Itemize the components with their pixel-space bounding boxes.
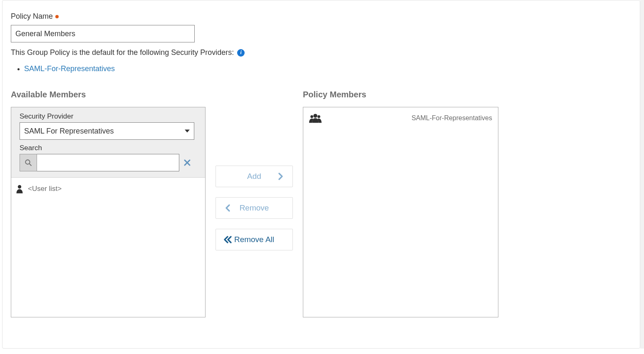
user-list-placeholder: <User list> (28, 185, 62, 193)
available-members-heading: Available Members (11, 90, 206, 99)
remove-button[interactable]: Remove (215, 197, 293, 219)
policy-member-label: SAML-For-Representatives (327, 114, 492, 122)
svg-point-7 (317, 115, 320, 118)
required-indicator (55, 15, 59, 18)
info-icon[interactable]: i (237, 49, 245, 57)
policy-members-box: SAML-For-Representatives (303, 107, 498, 317)
user-icon (15, 184, 24, 193)
svg-point-6 (310, 115, 313, 118)
policy-name-label: Policy Name (11, 12, 632, 21)
double-chevron-left-icon (223, 236, 232, 243)
default-for-text: This Group Policy is the default for the… (11, 48, 234, 57)
group-icon (309, 113, 322, 123)
filter-area: Security Provider SAML For Representativ… (11, 107, 205, 178)
available-members-box: Security Provider SAML For Representativ… (11, 107, 206, 317)
chevron-right-icon (278, 173, 283, 180)
list-item[interactable]: <User list> (15, 184, 201, 193)
available-members-list[interactable]: <User list> (11, 178, 205, 317)
search-label: Search (20, 144, 197, 152)
main-panel: Policy Name This Group Policy is the def… (2, 0, 640, 349)
list-item[interactable]: SAML-For-Representatives (309, 113, 492, 123)
svg-point-0 (25, 160, 30, 164)
remove-all-button[interactable]: Remove All (215, 229, 293, 250)
svg-line-1 (30, 164, 32, 166)
policy-members-heading: Policy Members (303, 90, 498, 99)
provider-list-item: SAML-For-Representatives (24, 64, 632, 73)
chevron-down-icon (185, 130, 190, 133)
chevron-left-icon (225, 204, 230, 212)
add-button[interactable]: Add (215, 166, 293, 187)
search-input[interactable] (37, 154, 179, 171)
search-icon (20, 154, 37, 171)
policy-name-input[interactable] (11, 25, 195, 42)
svg-point-5 (313, 114, 317, 118)
security-provider-label: Security Provider (20, 112, 197, 121)
provider-link[interactable]: SAML-For-Representatives (24, 64, 115, 73)
vertical-scrollbar[interactable] (640, 0, 644, 349)
clear-search-button[interactable] (180, 154, 194, 171)
security-provider-select[interactable]: SAML For Representatives (20, 122, 194, 140)
security-provider-value: SAML For Representatives (20, 123, 194, 139)
svg-point-4 (18, 185, 21, 188)
